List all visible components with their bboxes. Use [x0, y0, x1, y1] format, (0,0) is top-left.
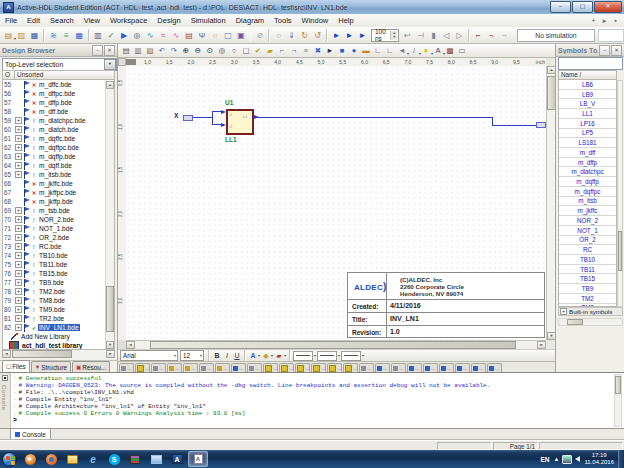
chevron-down-icon[interactable]: ▾: [104, 59, 116, 70]
scroll-left-icon[interactable]: ◄: [2, 350, 11, 358]
generate-code-button[interactable]: ▰: [264, 45, 276, 57]
menu-file[interactable]: File: [0, 16, 22, 25]
hint-button[interactable]: ○: [209, 29, 222, 42]
file-row-m_dqff.bde[interactable]: 64+!m_dqff.bde: [3, 161, 114, 170]
menu-simulation[interactable]: Simulation: [186, 16, 231, 25]
shape-button[interactable]: /▾: [408, 45, 420, 57]
document-tab-19[interactable]: ...: [423, 363, 438, 372]
schematic-canvas[interactable]: X U1 i1 i2 o1 LL1 Y: [126, 66, 546, 340]
expand-icon[interactable]: +: [15, 162, 22, 169]
file-row-m_dqffp.bde[interactable]: 63+!m_dqffp.bde: [3, 152, 114, 161]
minimize-button[interactable]: –: [550, 1, 571, 13]
document-tab-7[interactable]: ...: [231, 363, 246, 372]
scroll-thumb[interactable]: [615, 376, 621, 394]
symbol-search-input[interactable]: [558, 57, 623, 70]
file-row-m_dlatch.bde[interactable]: 60+!m_dlatch.bde: [3, 125, 114, 134]
file-row-NOR_2.bde[interactable]: 70+!NOR_2.bde: [3, 215, 114, 224]
symbol-m_dqffpc[interactable]: m_dqffpc: [559, 187, 616, 197]
zoom-out-button[interactable]: ⊖: [192, 45, 204, 57]
document-tab-1[interactable]: ...: [135, 363, 150, 372]
wire-button[interactable]: ∟: [372, 45, 384, 57]
symbol-OR_2[interactable]: OR_2: [559, 236, 616, 246]
file-row-TB10.bde[interactable]: 74+!TB10.bde: [3, 251, 114, 260]
line-color-button[interactable]: ▰: [274, 351, 284, 361]
symbol-LS181[interactable]: LS181: [559, 138, 616, 148]
document-tab-18[interactable]: ...: [407, 363, 422, 372]
font-size-combo[interactable]: 12▾: [180, 350, 204, 361]
arrow-style-combo[interactable]: [341, 351, 361, 361]
document-tab-20[interactable]: ...: [439, 363, 454, 372]
scroll-right-icon[interactable]: ►: [537, 341, 546, 349]
compile-all-button[interactable]: ↺: [311, 29, 324, 42]
document-tab-9[interactable]: ...: [263, 363, 278, 372]
file-row-TB15.bde[interactable]: 76+!TB15.bde: [3, 269, 114, 278]
title-block[interactable]: ALDEC) (C)ALDEC. Inc 2260 Corporate Circ…: [347, 272, 545, 338]
symbol-LB9[interactable]: LB9: [559, 90, 616, 100]
menu-diagram[interactable]: Diagram: [231, 16, 269, 25]
break-button[interactable]: ⊣: [414, 29, 427, 42]
expand-icon[interactable]: +: [15, 243, 22, 250]
symbol-m_jkffc[interactable]: m_jkffc: [559, 206, 616, 216]
mdi-control-icon-1[interactable]: ▸: [599, 17, 610, 25]
library-manager-button[interactable]: ▤: [183, 29, 196, 42]
wire-segment[interactable]: [257, 117, 493, 118]
stamp-button[interactable]: ▩: [444, 45, 456, 57]
find-button[interactable]: ◎: [131, 29, 144, 42]
taskbar-active-hdl-document[interactable]: A: [188, 451, 208, 467]
expand-icon[interactable]: +: [15, 216, 22, 223]
symbols-hscrollbar[interactable]: [558, 318, 623, 326]
expand-icon[interactable]: +: [560, 308, 567, 315]
update-button[interactable]: ⇓: [285, 29, 298, 42]
print-preview-button[interactable]: ▢: [240, 45, 252, 57]
zoom-area-button[interactable]: ⊙: [204, 45, 216, 57]
show-desktop-button[interactable]: [618, 450, 624, 468]
symbols-toolbox-header[interactable]: Symbols To... – ✕: [556, 44, 624, 57]
trace-into-button[interactable]: ⌐: [472, 29, 485, 42]
taskbar-active-hdl[interactable]: A: [167, 451, 187, 467]
file-row-m_tsb.bde[interactable]: 69+!m_tsb.bde: [3, 206, 114, 215]
file-row-m_dff.bde[interactable]: 58✕m_dff.bde: [3, 107, 114, 116]
hidden-icons-icon[interactable]: ▲: [553, 456, 559, 462]
expand-icon[interactable]: +: [15, 207, 22, 214]
file-list-vscrollbar[interactable]: ▲ ▼: [105, 81, 114, 349]
document-tab-16[interactable]: ...: [375, 363, 390, 372]
symbol-TB15[interactable]: TB15: [559, 274, 616, 284]
symbol-TB9[interactable]: TB9: [559, 284, 616, 294]
font-family-combo[interactable]: Arial▾: [120, 350, 178, 361]
symbol-TB11[interactable]: TB11: [559, 265, 616, 275]
redo-button[interactable]: ↷: [168, 45, 180, 57]
document-tab-23[interactable]: ...: [487, 363, 502, 372]
waveform-button[interactable]: ∿: [144, 29, 157, 42]
file-row-NOT_1.bde[interactable]: 71+!NOT_1.bde: [3, 224, 114, 233]
document-tab-12[interactable]: ...: [311, 363, 326, 372]
stop-button[interactable]: ⊘: [253, 29, 266, 42]
symbol-TB10[interactable]: TB10: [559, 255, 616, 265]
restart-button[interactable]: ↩: [401, 29, 414, 42]
library-item[interactable]: act_hdl_test library: [3, 341, 114, 350]
network-icon[interactable]: [562, 455, 572, 464]
symbol-NOR_2[interactable]: NOR_2: [559, 216, 616, 226]
console-output[interactable]: # Generation successful# Warning: DAGGEN…: [13, 375, 612, 424]
language-indicator[interactable]: EN: [540, 456, 549, 463]
console-prompt[interactable]: >: [13, 417, 612, 424]
mdi-control-icon-2[interactable]: ▪: [610, 17, 621, 25]
compile-button[interactable]: ↻: [298, 29, 311, 42]
taskbar-explorer[interactable]: [62, 451, 82, 467]
mdi-control-icon-0[interactable]: +: [588, 17, 599, 25]
add-new-library-item[interactable]: Add New Library: [3, 332, 114, 341]
expand-icon[interactable]: +: [15, 315, 22, 322]
scroll-thumb[interactable]: [150, 341, 516, 349]
wire-segment[interactable]: [492, 125, 537, 126]
chevron-down-icon[interactable]: ▾: [258, 353, 260, 358]
simulation-status-combo[interactable]: No simulation: [517, 29, 595, 42]
menu-search[interactable]: Search: [45, 16, 79, 25]
chevron-down-icon[interactable]: ▾: [284, 353, 286, 358]
select-button[interactable]: ►: [324, 45, 336, 57]
align-button[interactable]: ≡: [300, 45, 312, 57]
tab-resou[interactable]: ▣Resou...: [72, 361, 110, 372]
input-terminal[interactable]: [183, 115, 193, 121]
file-list-header[interactable]: O Unsorted: [2, 70, 115, 80]
panel-menu-icon[interactable]: –: [92, 45, 103, 56]
clock[interactable]: 17:1911.04.2016: [584, 452, 614, 466]
run-until-button[interactable]: ►: [343, 29, 356, 42]
